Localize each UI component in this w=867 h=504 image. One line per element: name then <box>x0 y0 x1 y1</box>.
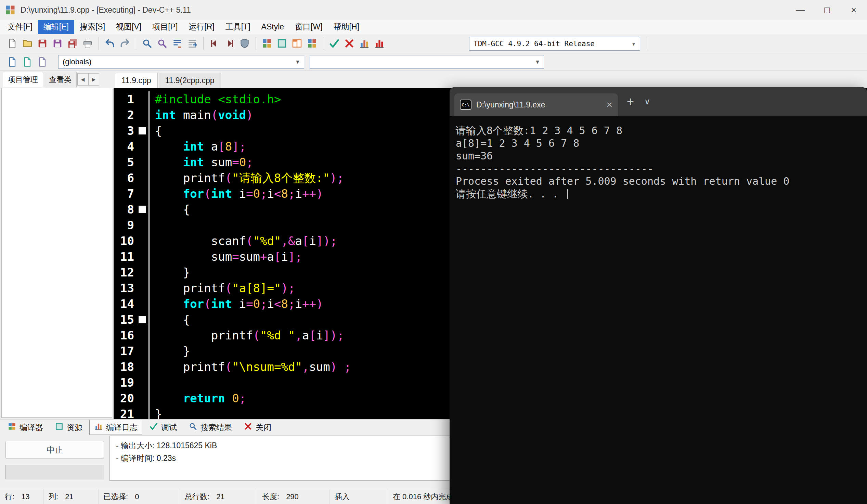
code-token: printf <box>155 171 225 185</box>
status-line-label: 行: <box>5 492 14 502</box>
code-token: < <box>274 297 281 311</box>
new-file-icon[interactable] <box>5 36 20 51</box>
editor-tab-0[interactable]: 11.9.cpp <box>115 73 158 88</box>
open-file-icon[interactable] <box>20 36 35 51</box>
back-page-icon[interactable] <box>5 54 20 69</box>
code-token: i <box>316 329 323 342</box>
profile-icon[interactable] <box>357 36 372 51</box>
bottom-tab-3[interactable]: 调试 <box>144 420 182 435</box>
gutter-marker-column <box>136 312 149 328</box>
find-next-icon[interactable] <box>170 36 185 51</box>
syntax-check-icon[interactable] <box>237 36 252 51</box>
compiler-select[interactable]: TDM-GCC 4.9.2 64-bit Release ▾ <box>469 37 640 51</box>
bottom-tab-4[interactable]: 搜索结果 <box>184 420 237 435</box>
code-text: int a[8]; <box>149 139 246 154</box>
find-icon[interactable] <box>140 36 155 51</box>
搜索结果-tab-icon <box>189 422 197 433</box>
menu-item-7[interactable]: AStyle <box>256 20 289 34</box>
tab-scroll-left-icon[interactable]: ◀ <box>77 73 88 86</box>
project-panel-tab-1[interactable]: 查看类 <box>44 72 77 87</box>
status-length: 长度:290 <box>257 489 330 504</box>
fold-marker-icon[interactable] <box>139 316 146 323</box>
code-text: int sum=0; <box>149 154 253 170</box>
menu-item-9[interactable]: 帮助[H] <box>328 20 365 34</box>
editor-tab-1[interactable]: 11.9(2cpp.cpp <box>159 73 221 88</box>
menu-item-2[interactable]: 搜索[S] <box>74 20 110 34</box>
编译日志-tab-icon <box>94 422 103 433</box>
new-project-icon[interactable] <box>259 36 275 51</box>
console-tab-close-icon[interactable]: × <box>606 99 612 110</box>
code-token: ; <box>295 250 302 264</box>
project-tree[interactable] <box>1 88 112 418</box>
line-number: 13 <box>114 280 136 296</box>
menu-item-1[interactable]: 编辑[E] <box>38 20 74 34</box>
replace-icon[interactable] <box>155 36 170 51</box>
code-token: "%d" <box>253 234 281 248</box>
print-icon[interactable] <box>80 36 95 51</box>
back-icon[interactable] <box>207 36 222 51</box>
gutter-marker-column <box>136 139 149 154</box>
undo-icon[interactable] <box>102 36 117 51</box>
minimize-button[interactable]: — <box>787 0 814 20</box>
code-token: } <box>155 266 190 279</box>
redo-icon[interactable] <box>117 36 132 51</box>
forward-icon[interactable] <box>222 36 237 51</box>
console-tab[interactable]: C:\ D:\yunxing\11.9.exe × <box>454 94 618 116</box>
console-output[interactable]: 请输入8个整数:1 2 3 4 5 6 7 8a[8]=1 2 3 4 5 6 … <box>450 116 867 200</box>
maximize-button[interactable]: □ <box>814 0 840 20</box>
bottom-tab-label: 关闭 <box>256 422 271 433</box>
fold-marker-icon[interactable] <box>139 206 146 213</box>
menu-item-6[interactable]: 工具[T] <box>220 20 256 34</box>
menu-item-4[interactable]: 项目[P] <box>147 20 183 34</box>
open-project-icon[interactable] <box>275 36 289 51</box>
menu-item-3[interactable]: 视图[V] <box>110 20 147 34</box>
编译器-tab-icon <box>8 422 17 433</box>
globals-select[interactable]: (globals) ▾ <box>58 55 304 69</box>
forward-page-icon[interactable] <box>20 54 35 69</box>
code-token: i <box>232 187 246 201</box>
abort-button[interactable]: 中止 <box>6 441 104 459</box>
menu-item-8[interactable]: 窗口[W] <box>289 20 328 34</box>
toggle-header-icon[interactable] <box>35 54 50 69</box>
code-token: sum <box>155 250 232 264</box>
bottom-tab-2[interactable]: 编译日志 <box>89 420 142 435</box>
bottom-tab-1[interactable]: 资源 <box>50 420 87 435</box>
line-number: 17 <box>114 343 136 359</box>
tab-scroll-right-icon[interactable]: ▶ <box>88 73 99 86</box>
members-select[interactable]: ▾ <box>310 55 544 69</box>
compile-icon[interactable] <box>327 36 342 51</box>
fold-marker-icon[interactable] <box>139 127 146 135</box>
new-tab-icon[interactable]: + <box>627 95 634 108</box>
nav-toolbar-icons <box>5 54 50 69</box>
rebuild-icon[interactable] <box>342 36 357 51</box>
menu-item-5[interactable]: 运行[R] <box>183 20 220 34</box>
code-token: 0 <box>232 392 239 405</box>
调试-tab-icon <box>149 422 158 433</box>
bottom-tab-0[interactable]: 编译器 <box>3 420 48 435</box>
toolbar-separator <box>98 37 99 50</box>
code-token: printf <box>155 360 225 374</box>
code-token: i <box>309 234 316 248</box>
line-number: 11 <box>114 249 136 265</box>
code-token: int <box>211 297 232 311</box>
profiling-delete-icon[interactable] <box>372 36 387 51</box>
console-line: 请输入8个整数:1 2 3 4 5 6 7 8 <box>456 124 861 137</box>
project-options-icon[interactable] <box>289 36 304 51</box>
menu-item-0[interactable]: 文件[F] <box>2 20 38 34</box>
package-manager-icon[interactable] <box>304 36 320 51</box>
code-token: printf <box>155 329 253 342</box>
tab-dropdown-icon[interactable]: ∨ <box>644 97 650 106</box>
bottom-tab-5[interactable]: 关闭 <box>239 420 276 435</box>
save-as-icon[interactable] <box>50 36 65 51</box>
save-all-icon[interactable] <box>65 36 80 51</box>
code-token: a <box>267 250 274 264</box>
cmd-icon: C:\ <box>460 99 471 110</box>
project-panel-tab-0[interactable]: 项目管理 <box>3 72 43 87</box>
code-token: = <box>232 250 239 264</box>
goto-line-icon[interactable] <box>185 36 200 51</box>
save-icon[interactable] <box>35 36 50 51</box>
console-line: 请按任意键继续. . . <box>456 187 861 200</box>
close-button[interactable]: × <box>840 0 867 20</box>
code-token: a <box>295 234 302 248</box>
editor-tabs: 11.9.cpp11.9(2cpp.cpp <box>114 71 867 88</box>
